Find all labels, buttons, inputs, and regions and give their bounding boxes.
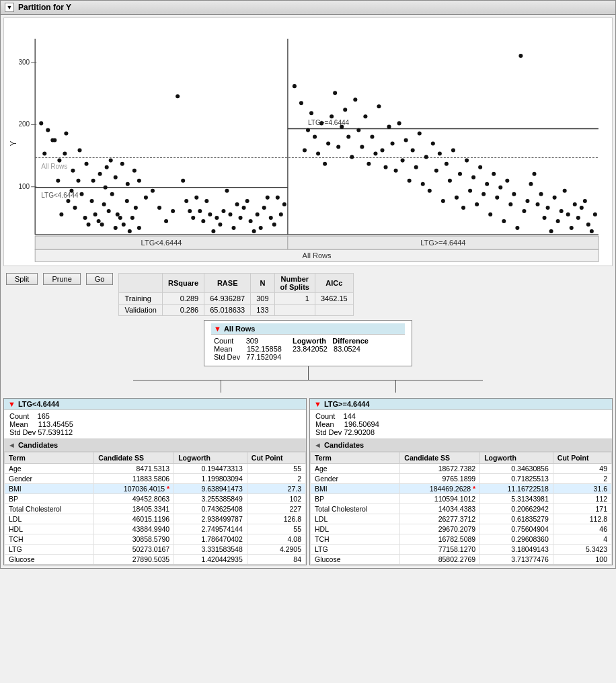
- svg-point-162: [508, 202, 512, 206]
- svg-point-104: [313, 134, 317, 138]
- svg-point-152: [475, 202, 479, 206]
- stats-training-rsquare: 0.289: [162, 293, 204, 305]
- tree-branch-line: [133, 380, 483, 380]
- stats-col-label: [119, 274, 163, 293]
- svg-point-110: [333, 91, 337, 95]
- svg-point-18: [56, 179, 60, 183]
- left-leaf-panel: ▼ LTG<4.6444 Count 165 Mean 113.45455 St…: [3, 398, 307, 565]
- svg-point-50: [71, 169, 75, 173]
- go-button[interactable]: Go: [86, 273, 114, 285]
- stats-col-n: N: [251, 274, 274, 293]
- left-cut-cell: 27.3: [247, 484, 305, 494]
- svg-point-20: [63, 152, 67, 156]
- svg-point-93: [266, 196, 270, 200]
- right-logworth-cell: 3.71377476: [480, 555, 553, 565]
- left-cand-row: TCH 30858.5790 1.786470402 4.08: [5, 534, 306, 545]
- left-term-cell: Total Cholesterol: [5, 504, 94, 514]
- right-term-cell: LDL: [311, 514, 400, 524]
- stats-validation-aicc: [315, 305, 353, 316]
- stats-row-validation: Validation 0.286 65.018633 133: [119, 305, 353, 316]
- left-ss-cell: 18405.3341: [94, 504, 174, 514]
- left-cut-cell: 4.08: [247, 534, 305, 545]
- left-candidates-header: ◄ Candidates: [4, 439, 306, 452]
- svg-point-99: [293, 84, 297, 88]
- collapse-icon[interactable]: ▼: [5, 3, 14, 12]
- right-logworth-cell: 0.20662942: [480, 504, 553, 514]
- right-mean-row: Mean 196.50694: [315, 420, 607, 428]
- tree-branches: [133, 380, 483, 393]
- left-cut-cell: 84: [247, 555, 305, 565]
- right-leaf-panel: ▼ LTG>=4.6444 Count 144 Mean 196.50694 S…: [309, 398, 613, 565]
- svg-point-77: [211, 229, 215, 233]
- left-cand-row: Gender 11883.5806 1.199803094 2: [5, 474, 306, 484]
- svg-point-68: [181, 179, 185, 183]
- svg-point-49: [64, 131, 68, 135]
- svg-point-164: [515, 226, 519, 230]
- left-mean-row: Mean 113.45455: [9, 420, 301, 428]
- svg-point-178: [563, 189, 567, 193]
- svg-point-168: [529, 182, 533, 186]
- left-logworth-cell: 1.420442935: [174, 555, 247, 565]
- svg-point-107: [323, 162, 327, 166]
- tree-line-v-main: [308, 366, 309, 380]
- svg-point-167: [525, 199, 529, 203]
- right-logworth-cell: 0.75604904: [480, 524, 553, 534]
- left-logworth-cell: 9.638941473: [174, 484, 247, 494]
- stats-validation-label: Validation: [119, 305, 163, 316]
- svg-point-35: [110, 192, 114, 196]
- right-cand-row: Gender 9765.1899 0.71825513 2: [311, 474, 612, 484]
- svg-point-135: [418, 131, 422, 135]
- right-cut-cell: 46: [553, 524, 611, 534]
- right-cand-row: Glucose 85802.2769 3.71377476 100: [311, 555, 612, 565]
- stats-training-label: Training: [119, 293, 163, 305]
- svg-point-114: [346, 134, 350, 138]
- tree-container: ▼ All Rows Count 309 Mean 152.15858 Std …: [1, 320, 615, 398]
- left-ss-cell: 107036.4015 *: [94, 484, 174, 494]
- svg-point-95: [272, 223, 276, 227]
- svg-point-47: [52, 138, 56, 142]
- svg-point-38: [118, 216, 122, 220]
- left-ss-cell: 30858.5790: [94, 534, 174, 545]
- right-term-cell: BP: [311, 494, 400, 504]
- left-cut-cell: 126.8: [247, 514, 305, 524]
- prune-button[interactable]: Prune: [43, 273, 80, 285]
- stats-col-splits: Numberof Splits: [274, 274, 315, 293]
- svg-point-170: [535, 202, 539, 206]
- left-leaf-title: LTG<4.6444: [18, 400, 59, 408]
- panel-header: ▼ Partition for Y: [1, 1, 615, 15]
- svg-text:200: 200: [18, 120, 30, 128]
- svg-point-69: [184, 199, 188, 203]
- left-cand-row: LTG 50273.0167 3.331583548 4.2905: [5, 545, 306, 555]
- right-cand-row: HDL 29670.2079 0.75604904 46: [311, 524, 612, 534]
- svg-point-186: [590, 229, 594, 233]
- svg-point-119: [363, 114, 367, 118]
- right-cut-cell: 4: [553, 534, 611, 545]
- svg-point-105: [316, 152, 320, 156]
- right-leaf-info: Count 144 Mean 196.50694 Std Dev 72.9020…: [310, 410, 612, 439]
- svg-point-87: [245, 199, 249, 203]
- left-ss-cell: 8471.5313: [94, 464, 174, 474]
- svg-point-84: [235, 202, 239, 206]
- all-rows-logworth-header: Logworth Difference: [293, 337, 369, 345]
- stats-training-rase: 64.936287: [204, 293, 251, 305]
- split-button[interactable]: Split: [6, 273, 38, 285]
- left-term-cell: LDL: [5, 514, 94, 524]
- right-triangle: ▼: [314, 400, 321, 408]
- svg-point-56: [109, 159, 113, 163]
- svg-point-179: [566, 212, 570, 216]
- svg-text:LTG<4.6444: LTG<4.6444: [141, 239, 182, 247]
- svg-text:100: 100: [18, 183, 30, 190]
- svg-point-129: [397, 121, 401, 125]
- svg-point-24: [76, 179, 80, 183]
- svg-point-185: [586, 223, 590, 227]
- svg-text:All Rows: All Rows: [41, 163, 67, 170]
- svg-point-103: [309, 111, 313, 115]
- left-logworth-cell: 3.331583548: [174, 545, 247, 555]
- svg-point-76: [208, 212, 212, 216]
- svg-point-106: [319, 121, 323, 125]
- svg-point-23: [73, 206, 77, 210]
- svg-point-51: [77, 149, 81, 153]
- svg-point-120: [367, 162, 371, 166]
- left-cand-row: LDL 46015.1196 2.938499787 126.8: [5, 514, 306, 524]
- right-ss-cell: 29670.2079: [400, 524, 480, 534]
